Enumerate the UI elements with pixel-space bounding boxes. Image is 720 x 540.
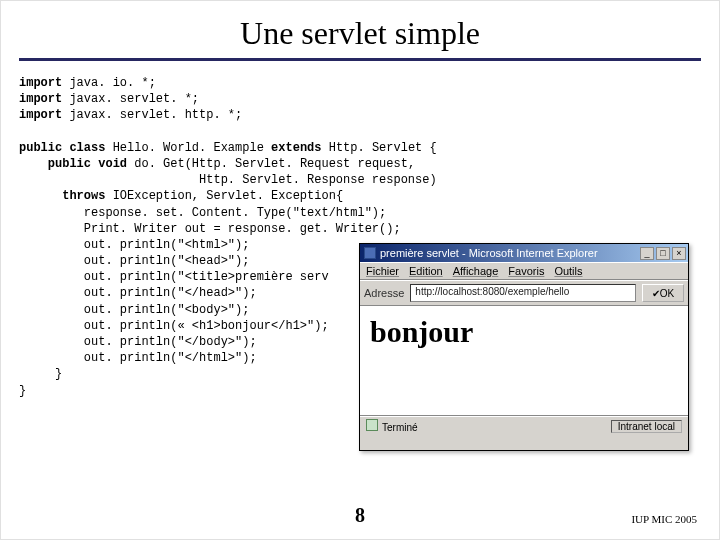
code-fragment: java. io. *;	[62, 76, 156, 90]
address-label: Adresse	[364, 287, 404, 299]
browser-window: première servlet - Microsoft Internet Ex…	[359, 243, 689, 451]
slide: Une servlet simple import java. io. *; i…	[0, 0, 720, 540]
title-area: Une servlet simple	[1, 1, 719, 52]
code-fragment: response. set. Content. Type("text/html"…	[19, 206, 386, 220]
maximize-button[interactable]: □	[656, 247, 670, 260]
code-fragment: Http. Servlet. Response response)	[19, 173, 437, 187]
kw-class: class	[69, 141, 105, 155]
close-button[interactable]: ×	[672, 247, 686, 260]
code-fragment: out. println(« <h1>bonjour</h1>");	[19, 319, 329, 333]
ie-icon	[364, 247, 376, 259]
status-left: Terminé	[366, 419, 418, 433]
code-fragment: Http. Servlet {	[322, 141, 437, 155]
code-fragment: out. println("<body>");	[19, 303, 249, 317]
menu-file[interactable]: Fichier	[366, 265, 399, 277]
done-icon	[366, 419, 378, 431]
kw-public: public	[48, 157, 91, 171]
slide-title: Une servlet simple	[240, 15, 480, 52]
code-fragment: javax. servlet. http. *;	[62, 108, 242, 122]
menu-view[interactable]: Affichage	[453, 265, 499, 277]
browser-statusbar: Terminé Intranet local	[360, 416, 688, 435]
security-zone: Intranet local	[611, 420, 682, 433]
kw-void: void	[98, 157, 127, 171]
menu-tools[interactable]: Outils	[554, 265, 582, 277]
code-fragment: out. println("<head>");	[19, 254, 249, 268]
code-fragment: out. println("</head>");	[19, 286, 257, 300]
kw-extends: extends	[271, 141, 321, 155]
browser-viewport: bonjour	[360, 306, 688, 416]
footer-text: IUP MIC 2005	[631, 513, 697, 525]
page-number: 8	[1, 504, 719, 527]
menu-favorites[interactable]: Favoris	[508, 265, 544, 277]
browser-title: première servlet - Microsoft Internet Ex…	[380, 247, 636, 259]
kw-throws: throws	[62, 189, 105, 203]
menu-edit[interactable]: Edition	[409, 265, 443, 277]
minimize-button[interactable]: _	[640, 247, 654, 260]
window-controls: _ □ ×	[640, 247, 686, 260]
code-fragment: }	[19, 367, 62, 381]
go-button[interactable]: ✔OK	[642, 284, 684, 302]
code-fragment: Hello. World. Example	[105, 141, 271, 155]
code-fragment: Print. Writer out = response. get. Write…	[19, 222, 401, 236]
status-text: Terminé	[382, 422, 418, 433]
code-fragment: out. println("</body>");	[19, 335, 257, 349]
kw-import: import	[19, 76, 62, 90]
page-heading: bonjour	[370, 315, 678, 349]
browser-addressbar: Adresse http://localhost:8080/exemple/he…	[360, 280, 688, 306]
code-fragment: out. println("</html>");	[19, 351, 257, 365]
go-label: OK	[660, 288, 674, 299]
address-input[interactable]: http://localhost:8080/exemple/hello	[410, 284, 636, 302]
kw-import: import	[19, 108, 62, 122]
code-fragment: do. Get(Http. Servlet. Request request,	[127, 157, 415, 171]
kw-import: import	[19, 92, 62, 106]
browser-menubar: Fichier Edition Affichage Favoris Outils	[360, 262, 688, 280]
code-fragment: out. println("<html>");	[19, 238, 249, 252]
code-fragment: javax. servlet. *;	[62, 92, 199, 106]
code-fragment: }	[19, 384, 26, 398]
code-fragment: out. println("<title>première serv	[19, 270, 329, 284]
browser-titlebar: première servlet - Microsoft Internet Ex…	[360, 244, 688, 262]
kw-public: public	[19, 141, 62, 155]
code-fragment: IOException, Servlet. Exception{	[105, 189, 343, 203]
